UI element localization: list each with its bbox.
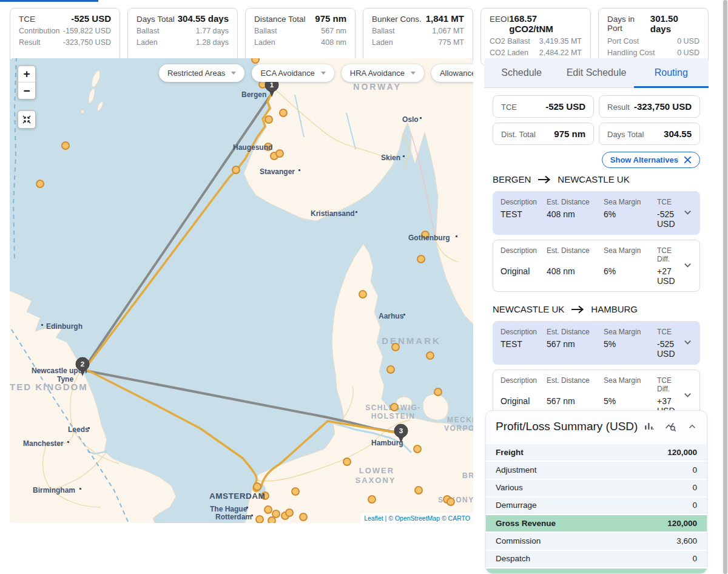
stat-sub-label: Ballast (136, 25, 160, 37)
route-map[interactable]: NORWAY DENMARK TED KINGDOM SCHLESWIG- HO… (10, 58, 473, 523)
summary-label: TCE (501, 103, 517, 112)
osm-link[interactable]: © OpenStreetMap (388, 515, 440, 522)
alternatives-toggle-row: Show Alternatives (493, 152, 700, 168)
bar-chart-icon[interactable] (643, 421, 654, 432)
pnl-row-net-revenue: Net Revenue116,400 (486, 569, 707, 574)
map-filter-pills: Restricted Areas ECA Avoidance HRA Avoid… (159, 64, 473, 82)
region-label: HOLSTEIN (371, 412, 416, 420)
city-label: Kristiansand (311, 209, 355, 218)
pnl-row-value: 0 (692, 464, 697, 476)
stat-sub-value: 2,484.22 MT (539, 47, 582, 59)
page-scrollbar[interactable] (722, 0, 728, 574)
pnl-row-value: 116,400 (668, 570, 697, 574)
pnl-row-value: 0 (692, 482, 697, 494)
city-label: Rotterdam (215, 513, 252, 521)
chevron-down-icon[interactable] (683, 208, 692, 217)
city-label: The Hague (210, 505, 248, 513)
tab-edit-schedule[interactable]: Edit Schedule (559, 58, 633, 87)
pin-number: 1 (270, 81, 274, 89)
stat-card-distance-total: Distance Total975 nm Ballast567 nm Laden… (245, 8, 356, 66)
region-label: VORPO (444, 424, 473, 433)
option-col-value: 408 nm (547, 209, 604, 229)
voyage-stats-row: TCE-525 USD Contribution-159,822 USD Res… (10, 8, 709, 66)
stat-sub-label: Laden (372, 37, 393, 49)
stat-sub-value: -159,822 USD (63, 25, 111, 37)
stat-title: Distance Total (254, 15, 306, 24)
option-col-header: Description (500, 198, 547, 206)
stat-value: 301.50 days (650, 13, 699, 34)
option-col-value: 408 nm (547, 266, 604, 286)
stat-sub-value: 0 USD (677, 47, 699, 59)
pnl-row-label: Various (496, 482, 523, 494)
option-col-value: +27 USD (657, 266, 681, 286)
pnl-row-label: Adjustment (496, 464, 537, 476)
tab-schedule[interactable]: Schedule (484, 58, 559, 87)
eca-avoidance-dropdown[interactable]: ECA Avoidance (252, 64, 334, 82)
chevron-down-icon[interactable] (683, 260, 692, 269)
stat-card-bunker-cons: Bunker Cons.1,841 MT Ballast1,067 MT Lad… (363, 8, 473, 66)
summary-label: Result (607, 103, 630, 112)
stat-sub-label: Port Cost (607, 36, 639, 47)
tab-routing[interactable]: Routing (634, 58, 709, 87)
compress-icon (22, 115, 32, 124)
chevron-down-icon[interactable] (683, 337, 692, 346)
pnl-row-value: 0 (692, 499, 697, 512)
city-label: Oslo (402, 115, 419, 124)
chevron-down-icon[interactable] (683, 390, 692, 399)
stat-sub-label: Result (19, 37, 40, 49)
region-label: NORWAY (353, 82, 401, 92)
pnl-row-demurrage: Demurrage0 (486, 498, 707, 515)
map-canvas[interactable]: NORWAY DENMARK TED KINGDOM SCHLESWIG- HO… (10, 58, 473, 523)
scrollbar-thumb[interactable] (723, 0, 727, 574)
leaflet-link[interactable]: Leaflet (364, 515, 383, 522)
close-icon[interactable] (684, 156, 692, 164)
stat-value: 168.57 gCO2/tNM (509, 13, 582, 34)
collapse-chevron-up-icon[interactable] (687, 422, 697, 431)
leg-to: HAMBURG (591, 304, 638, 314)
carto-link[interactable]: © CARTO (442, 515, 470, 522)
summary-card-tce: TCE -525 USD (493, 95, 594, 118)
route-option-original[interactable]: Description Est. Distance Sea Margin TCE… (493, 240, 700, 292)
pnl-row-freight: Freight120,000 (486, 444, 707, 462)
leg-from: NEWCASTLE UK (493, 304, 564, 314)
zoom-in-button[interactable]: + (18, 66, 35, 83)
summary-card-result: Result -323,750 USD (599, 95, 700, 118)
pnl-row-label: Commission (496, 535, 541, 547)
option-col-header: Description (500, 246, 547, 263)
route-option-test[interactable]: Description Est. Distance Sea Margin TCE… (493, 321, 700, 365)
stat-title: Days in Port (607, 15, 650, 33)
stat-sub-value: 1.28 days (196, 37, 229, 49)
query-stats-icon[interactable] (665, 421, 676, 433)
summary-card-dist-total: Dist. Total 975 nm (493, 123, 594, 145)
city-label: Hamburg (371, 439, 403, 447)
pnl-row-value: 120,000 (667, 518, 697, 530)
option-col-header: Est. Distance (547, 328, 604, 336)
city-label: Manchester (23, 439, 64, 448)
city-label: Haugesund (233, 143, 272, 152)
city-label: Gothenburg (408, 234, 450, 242)
region-label: BR (462, 471, 473, 480)
option-col-header: Sea Margin (604, 376, 657, 393)
show-alternatives-button[interactable]: Show Alternatives (602, 152, 700, 168)
allowance-dropdown[interactable]: Allowance (431, 64, 473, 82)
option-col-header: Est. Distance (547, 246, 604, 263)
chevron-down-icon (231, 72, 236, 75)
city-label: Leeds (68, 425, 89, 434)
route-option-test[interactable]: Description Est. Distance Sea Margin TCE… (493, 191, 700, 235)
pnl-row-label: Despatch (496, 553, 530, 565)
restricted-areas-dropdown[interactable]: Restricted Areas (159, 64, 244, 82)
hra-avoidance-dropdown[interactable]: HRA Avoidance (342, 64, 424, 82)
stat-sub-value: 3,419.35 MT (539, 36, 582, 47)
city-label: Skien (381, 154, 400, 162)
summary-card-days-total: Days Total 304.55 (599, 123, 700, 145)
option-col-value: TEST (500, 339, 547, 359)
stat-sub-label: Ballast (254, 25, 277, 37)
attribution-separator: | (385, 515, 387, 522)
region-label: SAXONY (356, 476, 396, 485)
region-label: MECKLE (447, 416, 473, 424)
city-label: AMSTERDAM (209, 491, 265, 501)
leg-to: NEWCASTLE UK (558, 174, 629, 184)
zoom-out-button[interactable]: − (18, 83, 35, 99)
leg-newcastle-hamburg: NEWCASTLE UK HAMBURG Description Est. Di… (493, 304, 700, 422)
fit-bounds-button[interactable] (18, 110, 36, 129)
